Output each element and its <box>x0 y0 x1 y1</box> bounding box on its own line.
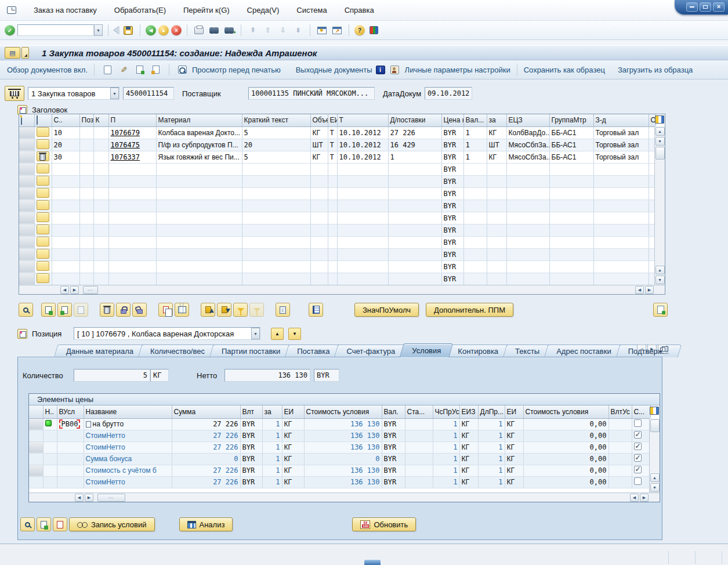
previous-item-icon[interactable] <box>271 328 284 340</box>
row-selector[interactable] <box>19 248 34 260</box>
col-per[interactable]: за <box>487 114 506 126</box>
scroll-up-icon[interactable] <box>655 266 665 274</box>
col-uom[interactable]: ЕИ <box>282 405 304 418</box>
col-c[interactable]: С... <box>632 405 650 418</box>
rows-icon[interactable] <box>34 114 52 126</box>
print-preview-button[interactable]: Просмотр перед печатью <box>192 66 281 74</box>
col-short-text[interactable]: Краткий текст <box>242 114 310 126</box>
tab-material-data[interactable]: Данные материала <box>56 345 144 357</box>
update-button[interactable]: $¥100Обновить <box>352 517 416 531</box>
vendor-field[interactable]: 100001135 ПИНСКИЙ МЯСОКОМ... <box>248 87 375 100</box>
tab-conditions[interactable]: Условия <box>401 343 451 357</box>
print-icon[interactable] <box>193 24 205 37</box>
personal-settings-icon[interactable] <box>389 64 401 76</box>
customize-layout-icon[interactable] <box>367 24 380 37</box>
menu-goto[interactable]: Перейти к(G) <box>183 6 230 15</box>
row-selector[interactable] <box>19 273 34 285</box>
col-t[interactable]: Т <box>337 114 388 126</box>
row-selector[interactable] <box>19 151 34 163</box>
command-dropdown-icon[interactable] <box>94 24 103 36</box>
scroll-thumb[interactable] <box>650 419 660 432</box>
item-detail-button[interactable] <box>37 261 49 271</box>
item-detail-button[interactable] <box>37 237 49 247</box>
find-icon[interactable] <box>208 24 220 37</box>
item-detail-button[interactable] <box>37 188 49 198</box>
tab-quantity-weight[interactable]: Количество/вес <box>140 345 215 357</box>
table-settings-icon[interactable] <box>650 407 659 415</box>
copy-row-icon[interactable] <box>57 303 72 317</box>
row-selector[interactable] <box>19 139 34 151</box>
last-page-icon[interactable]: ⇟ <box>292 24 305 37</box>
scroll-down-icon[interactable] <box>650 483 660 492</box>
next-item-icon[interactable] <box>288 328 301 340</box>
cart-icon[interactable] <box>5 86 24 101</box>
tab-delivery-address[interactable]: Адрес поставки <box>546 345 622 357</box>
col-crcy[interactable]: Влт <box>240 405 262 418</box>
col-amount[interactable]: Сумма <box>172 405 240 418</box>
back-triangle-icon[interactable] <box>114 26 119 34</box>
material-link[interactable]: 1076337 <box>111 153 140 161</box>
quantity-field[interactable]: 5 <box>74 369 150 382</box>
scroll-right-icon[interactable] <box>645 286 654 294</box>
delete-item-button[interactable] <box>37 151 49 161</box>
condition-checkbox[interactable] <box>634 477 642 485</box>
col-order-qty[interactable]: Объем заказа <box>310 114 328 126</box>
col-per[interactable]: за <box>262 405 282 418</box>
default-values-button[interactable]: ЗначПоУмолч <box>354 303 419 317</box>
col-ei2[interactable]: ЕИ <box>505 405 523 418</box>
col-material[interactable]: Материал <box>156 114 242 126</box>
item-detail-button[interactable] <box>37 200 49 210</box>
scroll-left-icon[interactable] <box>60 286 69 294</box>
table-settings-icon[interactable] <box>655 115 664 124</box>
item-detail-button[interactable] <box>37 249 49 259</box>
col-n[interactable]: Н.. <box>43 405 57 418</box>
lock-icon[interactable] <box>116 303 131 317</box>
col-cond-value2[interactable]: Стоимость условия <box>523 405 609 418</box>
row-selector[interactable] <box>29 418 43 430</box>
menu-system[interactable]: Система <box>296 6 327 15</box>
scroll-up-icon[interactable] <box>650 473 660 482</box>
row-selector[interactable] <box>19 187 34 200</box>
row-selector[interactable] <box>29 441 43 453</box>
col-status[interactable]: С.. <box>52 114 79 126</box>
print-preview-icon[interactable] <box>176 64 189 76</box>
create-document-icon[interactable] <box>101 64 114 76</box>
col-ecz[interactable]: ЕЦЗ <box>506 114 549 126</box>
condition-checkbox[interactable] <box>634 419 642 427</box>
command-field[interactable] <box>17 24 103 36</box>
condition-checkbox[interactable] <box>634 431 642 439</box>
doc-type-select[interactable]: 1 Закупка товаров <box>28 87 119 100</box>
col-status[interactable]: Ста... <box>405 405 433 418</box>
copy-document-icon[interactable] <box>653 303 668 317</box>
notes-icon[interactable] <box>309 303 323 317</box>
corner-doc-icon[interactable] <box>19 114 34 126</box>
col-net-price[interactable]: Цена нетто <box>441 114 463 126</box>
condition-checkbox[interactable] <box>634 443 642 450</box>
back-icon[interactable] <box>146 25 156 35</box>
output-documents-button[interactable]: Выходные документы <box>296 66 372 74</box>
scroll-handle[interactable]: ⋯ <box>83 286 98 294</box>
row-selector[interactable] <box>19 212 34 224</box>
row-selector[interactable] <box>29 476 43 488</box>
cancel-icon[interactable] <box>171 25 182 35</box>
doc-type-dropdown-icon[interactable] <box>110 88 119 99</box>
col-num-conv[interactable]: ЧсПрУс <box>433 405 459 418</box>
help-icon[interactable] <box>354 25 365 35</box>
condition-record-button[interactable]: Запись условий <box>69 517 155 531</box>
tab-account-assignment[interactable]: Контировка <box>447 345 509 357</box>
delete-row-icon[interactable] <box>100 303 114 317</box>
filter-icon[interactable] <box>233 303 248 317</box>
scroll-left-icon[interactable] <box>75 494 84 502</box>
load-from-template-button[interactable]: Загрузить из образца <box>618 66 693 74</box>
save-icon[interactable] <box>122 24 135 37</box>
material-link[interactable]: 1076475 <box>111 141 140 149</box>
create-shortcut-icon[interactable] <box>331 24 343 37</box>
col-currency[interactable]: Вал... <box>463 114 487 126</box>
item-detail-button[interactable] <box>37 139 49 149</box>
col-eiz[interactable]: ЕИЗ <box>459 405 478 418</box>
item-details-icon[interactable] <box>19 303 33 317</box>
scroll-down-icon[interactable] <box>655 276 665 284</box>
col-cond-curr[interactable]: ВлтУс <box>609 405 632 418</box>
menu-order[interactable]: Заказ на поставку <box>34 6 97 15</box>
col-curr[interactable]: Вал. <box>382 405 405 418</box>
